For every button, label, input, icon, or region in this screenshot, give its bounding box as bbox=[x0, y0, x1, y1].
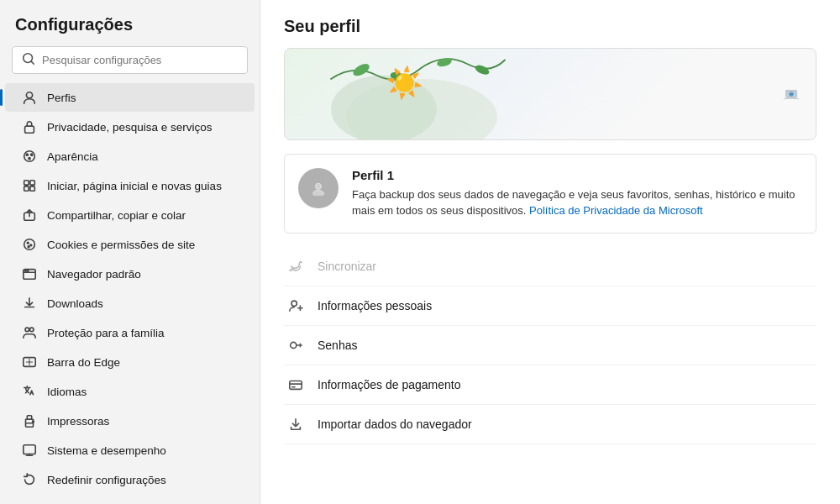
svg-point-7 bbox=[29, 158, 30, 160]
svg-point-16 bbox=[28, 246, 29, 248]
edge-icon bbox=[20, 354, 39, 370]
svg-point-6 bbox=[31, 154, 33, 155]
avatar bbox=[298, 168, 339, 208]
svg-rect-9 bbox=[30, 181, 34, 185]
profile-card: Perfil 1 Faça backup dos seus dados de n… bbox=[284, 154, 816, 234]
sidebar-item-label: Impressoras bbox=[47, 415, 109, 428]
reset-icon bbox=[20, 472, 39, 487]
svg-point-13 bbox=[24, 239, 35, 250]
svg-point-15 bbox=[30, 244, 32, 246]
sidebar-item-redefinir[interactable]: Redefinir configurações bbox=[5, 465, 255, 494]
svg-point-41 bbox=[291, 301, 297, 306]
menu-item-pagamento[interactable]: Informações de pagamento bbox=[284, 365, 816, 405]
banner-sun: ☀️ bbox=[386, 66, 423, 101]
sidebar-item-label: Compartilhar, copiar e colar bbox=[47, 209, 186, 222]
nav-list: Perfis Privacidade, pesquisa e serviços … bbox=[0, 82, 260, 495]
printer-icon bbox=[20, 413, 39, 428]
svg-point-22 bbox=[29, 328, 34, 332]
sidebar-item-cookies[interactable]: Cookies e permissões de site bbox=[5, 230, 255, 259]
banner-laptop bbox=[784, 64, 799, 113]
svg-point-5 bbox=[26, 154, 28, 155]
sidebar-item-label: Perfis bbox=[47, 92, 76, 104]
sidebar: Configurações Perfis Privacidade, pesqui… bbox=[0, 0, 260, 504]
sidebar-item-label: Cookies e permissões de site bbox=[47, 239, 195, 251]
sidebar-item-label: Privacidade, pesquisa e serviços bbox=[47, 121, 213, 134]
menu-item-importar[interactable]: Importar dados do navegador bbox=[284, 405, 816, 444]
palette-icon bbox=[20, 149, 39, 164]
sidebar-item-impressoras[interactable]: Impressoras bbox=[5, 407, 255, 435]
sidebar-item-iniciar[interactable]: Iniciar, página inicial e novas guias bbox=[5, 171, 255, 200]
search-input[interactable] bbox=[42, 54, 239, 66]
svg-point-40 bbox=[313, 190, 324, 196]
key-icon bbox=[284, 338, 307, 353]
svg-rect-25 bbox=[27, 416, 31, 420]
svg-point-39 bbox=[315, 183, 321, 189]
svg-rect-24 bbox=[26, 423, 34, 428]
person-detail-icon bbox=[284, 298, 307, 313]
menu-item-informacoes-pessoais[interactable]: Informações pessoais bbox=[284, 286, 816, 326]
profile-name: Perfil 1 bbox=[352, 168, 802, 182]
sidebar-item-label: Iniciar, página inicial e novas guias bbox=[47, 180, 222, 192]
sidebar-item-navegador[interactable]: Navegador padrão bbox=[5, 260, 255, 288]
svg-point-21 bbox=[25, 328, 29, 332]
menu-item-sincronizar: Sincronizar bbox=[284, 247, 816, 286]
sidebar-item-compartilhar[interactable]: Compartilhar, copiar e colar bbox=[5, 201, 255, 229]
sidebar-item-barra[interactable]: Barra do Edge bbox=[5, 348, 255, 376]
svg-rect-3 bbox=[25, 126, 34, 133]
menu-item-senhas[interactable]: Senhas bbox=[284, 326, 816, 365]
svg-point-2 bbox=[26, 92, 32, 98]
svg-point-20 bbox=[27, 270, 28, 271]
sidebar-item-aparencia[interactable]: Aparência bbox=[5, 142, 255, 171]
cookies-icon bbox=[20, 237, 39, 252]
profile-info: Perfil 1 Faça backup dos seus dados de n… bbox=[352, 168, 802, 219]
svg-rect-8 bbox=[24, 181, 29, 185]
main-content: Seu perfil ☀️ bbox=[260, 0, 840, 504]
person-icon bbox=[20, 90, 39, 105]
svg-point-26 bbox=[33, 421, 34, 423]
sidebar-item-label: Idiomas bbox=[47, 386, 87, 398]
svg-line-1 bbox=[31, 61, 34, 64]
sidebar-item-label: Sistema e desempenho bbox=[47, 444, 166, 457]
language-icon bbox=[20, 384, 39, 399]
sidebar-item-perfis[interactable]: Perfis bbox=[5, 83, 255, 112]
privacy-link[interactable]: Política de Privacidade da Microsoft bbox=[529, 204, 703, 217]
profile-banner: ☀️ bbox=[284, 48, 816, 140]
svg-rect-11 bbox=[30, 186, 34, 191]
card-icon bbox=[284, 377, 307, 392]
download-icon bbox=[20, 296, 39, 311]
sidebar-item-label: Proteção para a família bbox=[47, 327, 165, 339]
sidebar-item-sistema[interactable]: Sistema e desempenho bbox=[5, 436, 255, 465]
sidebar-item-label: Aparência bbox=[47, 150, 98, 163]
menu-list: Sincronizar Informações pessoais Senhas … bbox=[284, 247, 816, 444]
svg-point-35 bbox=[474, 63, 491, 76]
sidebar-title: Configurações bbox=[0, 0, 260, 46]
share-icon bbox=[20, 207, 39, 223]
search-icon bbox=[21, 51, 36, 69]
sidebar-item-downloads[interactable]: Downloads bbox=[5, 289, 255, 318]
menu-item-label: Importar dados do navegador bbox=[318, 417, 472, 431]
search-box[interactable] bbox=[12, 46, 248, 74]
sidebar-item-privacidade[interactable]: Privacidade, pesquisa e serviços bbox=[5, 113, 255, 141]
profile-description: Faça backup dos seus dados de navegação … bbox=[352, 187, 802, 219]
menu-item-label: Sincronizar bbox=[318, 260, 376, 273]
sidebar-item-protecao[interactable]: Proteção para a família bbox=[5, 318, 255, 347]
svg-rect-45 bbox=[290, 381, 302, 389]
family-icon bbox=[20, 325, 39, 340]
system-icon bbox=[20, 443, 39, 458]
sidebar-item-label: Navegador padrão bbox=[47, 268, 141, 281]
grid-icon bbox=[20, 178, 39, 193]
menu-item-label: Senhas bbox=[318, 339, 357, 352]
import-icon bbox=[284, 417, 307, 432]
svg-rect-27 bbox=[24, 445, 35, 454]
menu-item-label: Informações de pagamento bbox=[318, 378, 460, 391]
svg-point-19 bbox=[25, 270, 26, 271]
browser-icon bbox=[20, 266, 39, 281]
svg-point-14 bbox=[27, 242, 29, 244]
lock-icon bbox=[20, 119, 39, 134]
menu-item-label: Informações pessoais bbox=[318, 299, 432, 312]
main-title: Seu perfil bbox=[260, 0, 840, 48]
sidebar-item-label: Barra do Edge bbox=[47, 356, 120, 369]
sync-icon bbox=[284, 259, 307, 274]
sidebar-item-idiomas[interactable]: Idiomas bbox=[5, 377, 255, 406]
svg-rect-10 bbox=[24, 186, 29, 191]
